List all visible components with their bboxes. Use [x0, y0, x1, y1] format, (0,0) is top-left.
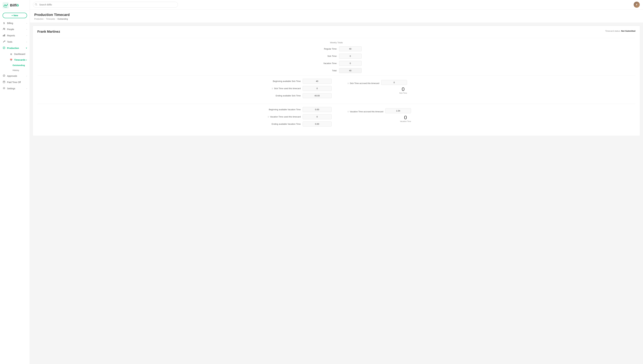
search-input[interactable]: [33, 2, 178, 8]
sick-time-right: ℹ Sick Time accrued this timecard 0 Sick…: [341, 79, 635, 100]
sidebar: Bilflō + New $ Billing ‹ People ‹ Report…: [0, 0, 30, 364]
settings-icon: [3, 87, 6, 90]
svg-rect-4: [3, 35, 4, 36]
sidebar-item-tools-label: Tools: [7, 40, 27, 43]
svg-rect-6: [5, 34, 5, 36]
total-input: [339, 68, 362, 73]
breadcrumb-sep-2: /: [56, 18, 56, 20]
weekly-totals-title: Weekly Totals: [37, 41, 635, 44]
sidebar-item-tools[interactable]: Tools ‹: [0, 38, 30, 45]
sidebar-item-outstanding-label: Outstanding: [13, 64, 25, 66]
sidebar-item-settings[interactable]: Settings ‹: [0, 85, 30, 92]
sick-beginning-input[interactable]: [303, 79, 332, 84]
sick-accrued-info-icon: ℹ: [348, 82, 349, 84]
production-chevron-icon: ∨: [26, 47, 27, 49]
timecards-chevron-icon: ∨: [26, 59, 27, 61]
page-header: Production Timecard Production / Timecar…: [30, 10, 643, 23]
vacation-time-input[interactable]: [339, 61, 362, 66]
vacation-used-info-icon: ℹ: [268, 116, 269, 118]
new-button[interactable]: + New: [3, 13, 27, 18]
billing-chevron-icon: ‹: [27, 22, 27, 24]
main-area: F Production Timecard Production / Timec…: [30, 0, 643, 364]
sick-ending-input[interactable]: [303, 93, 332, 98]
sick-used-row: ℹ Sick Time used this timecard: [50, 86, 332, 91]
timecard-status: Timecard status: Not Submitted: [605, 30, 635, 32]
vacation-time-row: Vacation Time:: [37, 61, 635, 66]
settings-chevron-icon: ‹: [27, 88, 27, 90]
sidebar-item-people-label: People: [7, 28, 27, 30]
sidebar-item-dashboard-label: Dashboard: [14, 53, 27, 55]
logo[interactable]: Bilflō: [0, 0, 30, 11]
sidebar-item-production[interactable]: Production ∨: [0, 45, 30, 51]
worker-name: Frank Martinez: [37, 30, 60, 34]
sick-accrued-input[interactable]: [381, 80, 407, 85]
svg-point-2: [4, 28, 4, 29]
vacation-used-input[interactable]: [303, 114, 332, 119]
sidebar-item-billing[interactable]: $ Billing ‹: [0, 20, 30, 26]
timecard-status-value: Not Submitted: [621, 30, 635, 32]
sidebar-item-reports[interactable]: Reports ‹: [0, 32, 30, 38]
sidebar-item-history-label: History: [13, 69, 19, 72]
sidebar-item-dashboard[interactable]: ⊞ Dashboard: [3, 51, 30, 57]
main-card: Frank Martinez Timecard status: Not Subm…: [33, 26, 640, 136]
total-label: Total:: [311, 69, 337, 72]
people-icon: [3, 28, 6, 31]
avatar[interactable]: F: [634, 2, 640, 8]
sick-time-row: Sick Time:: [37, 54, 635, 58]
paid-time-off-icon: [3, 80, 6, 84]
vacation-ending-label: Ending available Vacation Time: [256, 123, 301, 125]
sick-beginning-label: Beginning available Sick Time: [256, 80, 301, 82]
svg-point-1: [5, 5, 6, 6]
vacation-used-row: ℹ Vacation Time used this timecard: [50, 114, 332, 119]
vacation-big-label: Vacation Time: [400, 120, 411, 122]
billing-icon: $: [3, 22, 6, 24]
search-icon: [35, 4, 37, 6]
sidebar-item-production-label: Production: [7, 47, 26, 50]
sick-big-number: 0: [402, 86, 405, 92]
sidebar-item-paid-time-off[interactable]: Paid Time Off: [0, 79, 30, 85]
svg-point-3: [4, 28, 5, 29]
reports-icon: [3, 34, 6, 37]
vacation-big-number-wrap: 0 Vacation Time: [390, 115, 411, 122]
sidebar-item-outstanding[interactable]: Outstanding: [3, 63, 30, 68]
sick-used-input[interactable]: [303, 86, 332, 91]
vacation-ending-input[interactable]: [303, 122, 332, 126]
sidebar-item-timecards-label: Timecards: [14, 58, 26, 61]
total-row: Total:: [37, 68, 635, 73]
sick-big-number-wrap: 0 Sick Time: [390, 86, 407, 94]
dashboard-icon: ⊞: [10, 53, 13, 55]
tools-chevron-icon: ‹: [27, 41, 27, 43]
approvals-chevron-icon: ‹: [27, 75, 27, 77]
regular-time-input[interactable]: [339, 46, 362, 51]
sick-time-input[interactable]: [339, 54, 362, 58]
sick-used-info-icon: ℹ: [272, 88, 273, 90]
vacation-beginning-input[interactable]: [303, 107, 332, 112]
regular-time-label: Regular Time:: [311, 48, 337, 50]
svg-rect-12: [3, 81, 5, 83]
svg-point-16: [4, 88, 5, 89]
sidebar-item-paid-time-off-label: Paid Time Off: [7, 81, 27, 84]
sidebar-item-approvals[interactable]: Approvals ‹: [0, 73, 30, 79]
vacation-accrued-input[interactable]: [385, 108, 411, 113]
vacation-time-label: Vacation Time:: [311, 62, 337, 64]
regular-time-row: Regular Time:: [37, 46, 635, 51]
page-title: Production Timecard: [34, 13, 638, 17]
sidebar-item-people[interactable]: People ‹: [0, 26, 30, 32]
search-bar: [33, 2, 178, 8]
sick-time-label: Sick Time:: [311, 55, 337, 57]
sidebar-item-settings-label: Settings: [7, 87, 27, 90]
vacation-time-right: ℹ Vacation Time accrued this timecard 0 …: [341, 107, 635, 129]
sidebar-item-timecards[interactable]: 📅 Timecards ∨: [3, 57, 30, 63]
vacation-time-section: Beginning available Vacation Time ℹ Vaca…: [37, 104, 635, 132]
sick-ending-label: Ending available Sick Time: [256, 94, 301, 97]
worker-header: Frank Martinez Timecard status: Not Subm…: [37, 30, 635, 34]
sick-time-section: Beginning available Sick Time ℹ Sick Tim…: [37, 75, 635, 104]
sick-time-left: Beginning available Sick Time ℹ Sick Tim…: [37, 79, 341, 100]
approvals-icon: [3, 74, 6, 78]
breadcrumb-timecards[interactable]: Timecards: [46, 18, 55, 20]
card-body: Frank Martinez Timecard status: Not Subm…: [33, 26, 640, 136]
breadcrumb-production[interactable]: Production: [34, 18, 44, 20]
logo-text: Bilflō: [10, 3, 19, 8]
sidebar-item-history[interactable]: History: [3, 68, 30, 73]
breadcrumb-outstanding: Outstanding: [58, 18, 68, 20]
